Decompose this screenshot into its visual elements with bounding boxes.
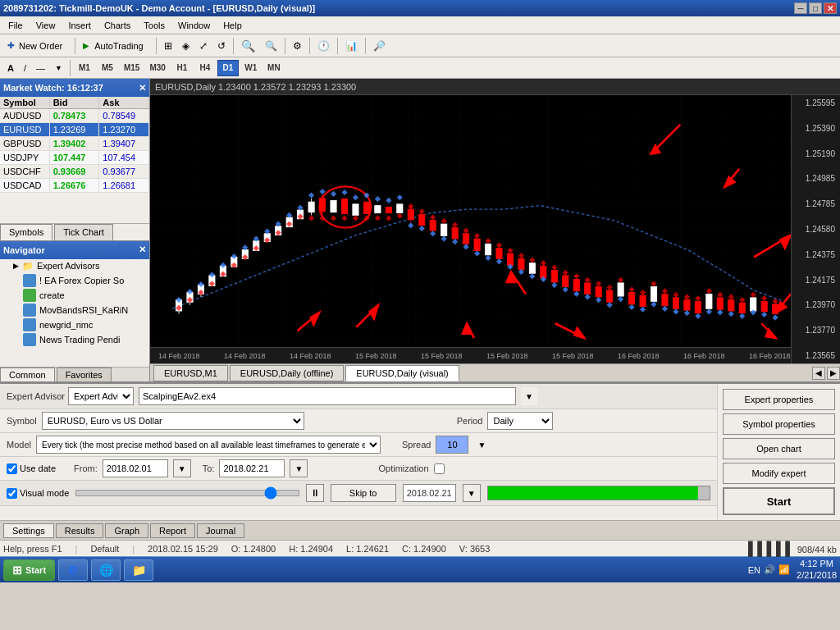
- tf-mn[interactable]: MN: [263, 60, 285, 76]
- tf-h4[interactable]: H4: [194, 60, 216, 76]
- ea-dropdown-btn[interactable]: ▼: [521, 387, 537, 405]
- menu-file[interactable]: File: [2, 19, 30, 32]
- from-date-btn[interactable]: ▼: [173, 459, 191, 477]
- nav-ea-icon-2: [23, 289, 36, 302]
- menu-tools[interactable]: Tools: [137, 19, 171, 32]
- btab-settings[interactable]: Settings: [3, 523, 54, 538]
- chart-tab-m1[interactable]: EURUSD,M1: [153, 365, 228, 381]
- nav-ea-item-2[interactable]: create: [0, 288, 149, 303]
- taskbar-app-button[interactable]: 📁: [124, 559, 153, 581]
- tf-m15[interactable]: M15: [120, 60, 144, 76]
- taskbar-ie-button[interactable]: e: [58, 559, 88, 581]
- open-chart-button[interactable]: Open chart: [723, 438, 835, 459]
- tf-w1[interactable]: W1: [240, 60, 262, 76]
- minimize-button[interactable]: ─: [794, 2, 807, 14]
- to-date-input[interactable]: [219, 459, 285, 477]
- svg-rect-57: [375, 206, 381, 213]
- nav-tab-favorites[interactable]: Favorites: [57, 368, 112, 381]
- nav-ea-item-1[interactable]: ! EA Forex Copier So: [0, 273, 149, 288]
- draw-hline[interactable]: —: [32, 59, 49, 77]
- nav-ea-item-3[interactable]: MovBandsRSI_KaRiN: [0, 303, 149, 317]
- svg-rect-128: [651, 286, 656, 301]
- chart-tab-prev[interactable]: ◀: [812, 367, 825, 380]
- tf-d1[interactable]: D1: [217, 60, 239, 76]
- menu-insert[interactable]: Insert: [62, 19, 98, 32]
- svg-rect-122: [585, 283, 591, 294]
- optimization-checkbox[interactable]: [434, 463, 445, 474]
- menu-view[interactable]: View: [30, 19, 62, 32]
- taskbar-chrome-button[interactable]: 🌐: [91, 559, 121, 581]
- spread-dropdown-btn[interactable]: ▼: [473, 436, 490, 454]
- market-watch-row[interactable]: USDCHF 0.93669 0.93677: [0, 165, 149, 179]
- btab-graph[interactable]: Graph: [105, 523, 148, 538]
- nav-ea-item-4[interactable]: newgrid_nmc: [0, 317, 149, 332]
- pause-button[interactable]: ⏸: [306, 484, 324, 502]
- market-watch-row[interactable]: USDCAD 1.26676 1.26681: [0, 179, 149, 193]
- market-watch-close[interactable]: ✕: [139, 83, 146, 94]
- start-button[interactable]: Start: [723, 487, 835, 515]
- tab-symbols[interactable]: Symbols: [0, 224, 52, 240]
- progress-date-btn[interactable]: ▼: [463, 484, 481, 502]
- nav-ea-item-5[interactable]: News Trading Pendi: [0, 332, 149, 347]
- tb-icon-4[interactable]: ↺: [213, 37, 230, 55]
- from-date-input[interactable]: [103, 459, 168, 477]
- use-date-checkbox[interactable]: [7, 463, 17, 474]
- speed-slider[interactable]: [75, 490, 299, 496]
- nav-expert-advisors[interactable]: ▶ 📁 Expert Advisors: [0, 259, 149, 273]
- tf-h1[interactable]: H1: [171, 60, 193, 76]
- new-order-button[interactable]: ✚ New Order: [3, 37, 71, 55]
- btab-report[interactable]: Report: [150, 523, 195, 538]
- modify-expert-button[interactable]: Modify expert: [723, 463, 835, 484]
- tb-icon-3[interactable]: ⤢: [195, 37, 212, 55]
- visual-mode-checkbox[interactable]: [7, 488, 17, 499]
- tb-icon-2[interactable]: ◈: [178, 37, 194, 55]
- model-select[interactable]: Every tick (the most precise method base…: [36, 436, 381, 454]
- market-watch-row[interactable]: USDJPY 107.447 107.454: [0, 151, 149, 165]
- menu-window[interactable]: Window: [171, 19, 217, 32]
- draw-line[interactable]: /: [20, 59, 30, 77]
- zoom-in-button[interactable]: 🔍: [237, 37, 259, 55]
- navigator-close[interactable]: ✕: [139, 244, 146, 255]
- symbol-properties-button[interactable]: Symbol properties: [723, 413, 835, 435]
- ea-value-input[interactable]: [139, 387, 516, 405]
- chart-tab-daily-offline[interactable]: EURUSD,Daily (offline): [230, 365, 345, 381]
- maximize-button[interactable]: □: [809, 2, 822, 14]
- chart-tab-next[interactable]: ▶: [827, 367, 840, 380]
- nav-tab-common[interactable]: Common: [0, 368, 55, 381]
- time-label-8: 16 Feb 2018: [618, 352, 660, 360]
- tb-icon-1[interactable]: ⊞: [160, 37, 176, 55]
- windows-start-button[interactable]: ⊞ Start: [3, 559, 55, 581]
- market-watch-row[interactable]: EURUSD 1.23269 1.23270: [0, 123, 149, 137]
- tf-m1[interactable]: M1: [74, 60, 95, 76]
- tf-m5[interactable]: M5: [97, 60, 118, 76]
- zoom-out-button[interactable]: 🔍: [261, 37, 281, 55]
- search-button[interactable]: 🔎: [369, 37, 390, 55]
- market-watch-row[interactable]: GBPUSD 1.39402 1.39407: [0, 137, 149, 151]
- to-date-btn[interactable]: ▼: [290, 459, 308, 477]
- market-watch-row[interactable]: AUDUSD 0.78473 0.78549: [0, 109, 149, 123]
- symbol-select[interactable]: EURUSD, Euro vs US Dollar: [42, 412, 304, 430]
- menu-help[interactable]: Help: [217, 19, 249, 32]
- spread-input[interactable]: [436, 436, 468, 454]
- properties-button[interactable]: ⚙: [289, 37, 306, 55]
- use-date-field[interactable]: Use date: [7, 463, 56, 474]
- clock-button[interactable]: 🕐: [313, 37, 334, 55]
- chart-canvas[interactable]: 1.25595 1.25390 1.25190 1.24985 1.24785 …: [150, 95, 840, 363]
- skip-to-button[interactable]: Skip to: [331, 484, 396, 502]
- period-select[interactable]: Daily: [487, 412, 553, 430]
- chart-tab-daily-visual[interactable]: EURUSD,Daily (visual): [345, 365, 459, 381]
- draw-dropdown[interactable]: ▼: [51, 59, 66, 77]
- tf-m30[interactable]: M30: [145, 60, 169, 76]
- menu-charts[interactable]: Charts: [98, 19, 137, 32]
- autotrading-button[interactable]: ▶ AutoTrading: [79, 37, 153, 55]
- chart-area: EURUSD,Daily 1.23400 1.23572 1.23293 1.2…: [150, 79, 840, 381]
- visual-mode-field[interactable]: Visual mode: [7, 488, 69, 499]
- btab-journal[interactable]: Journal: [197, 523, 244, 538]
- btab-results[interactable]: Results: [56, 523, 104, 538]
- close-button[interactable]: ✕: [824, 2, 837, 14]
- chart-type-button[interactable]: 📊: [341, 37, 362, 55]
- ea-dropdown[interactable]: Expert Advisor: [68, 387, 134, 405]
- tab-tick-chart[interactable]: Tick Chart: [54, 224, 113, 240]
- expert-properties-button[interactable]: Expert properties: [723, 389, 835, 410]
- draw-cursor[interactable]: A: [3, 59, 18, 77]
